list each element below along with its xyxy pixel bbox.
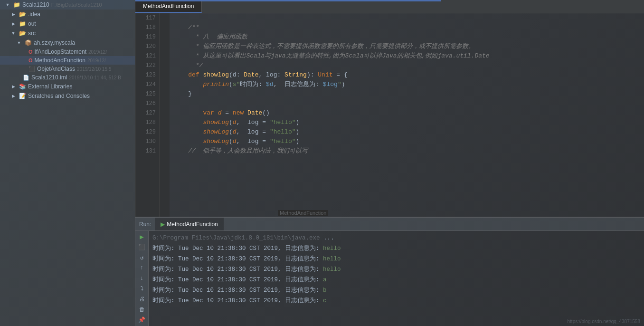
line-num-118: 118 bbox=[139, 23, 156, 32]
run-button[interactable]: ▶ bbox=[137, 233, 147, 241]
token-cparen2: ) bbox=[295, 127, 299, 137]
scroll-down-button[interactable]: ↓ bbox=[137, 274, 147, 283]
pin-button[interactable]: 📌 bbox=[137, 316, 147, 324]
line-num-127: 127 bbox=[139, 108, 156, 118]
token-paren4: ( bbox=[229, 127, 233, 137]
line-num-119: 119 bbox=[139, 32, 156, 42]
token-comma2: , 日志信息为: bbox=[274, 80, 323, 89]
ifandloop-label: IfAndLoopStatement bbox=[35, 48, 86, 55]
chevron-right-icon bbox=[9, 83, 17, 90]
sidebar-item-external-libs[interactable]: 📚 External Libraries bbox=[0, 82, 135, 91]
chevron-down-icon bbox=[4, 1, 11, 9]
token-var: var bbox=[203, 108, 218, 118]
token-eq: = { bbox=[333, 70, 348, 80]
sidebar: 📁 Scala1210 F:\BigData\Scala1210 📂 .idea… bbox=[0, 0, 135, 326]
line-num-117: 117 bbox=[139, 13, 156, 23]
gutter bbox=[160, 13, 170, 217]
out-label: out bbox=[28, 20, 36, 27]
iml-date: 2019/12/10 11:44, 512 B bbox=[69, 75, 121, 80]
project-path: F:\BigData\Scala1210 bbox=[51, 2, 102, 8]
token-paren2: ( bbox=[229, 80, 233, 89]
code-line-122: */ bbox=[173, 61, 644, 70]
code-line-118: /** bbox=[173, 23, 644, 32]
token-assign: = bbox=[221, 108, 232, 118]
chevron-down-icon bbox=[15, 39, 23, 47]
code-line-126 bbox=[173, 99, 644, 108]
code-line-120: * 偏应用函数是一种表达式，不需要提供函数需要的所有参数，只需要提供部分，或不提… bbox=[173, 42, 644, 51]
sidebar-item-package[interactable]: 📦 ah.szxy.myscala bbox=[0, 38, 135, 48]
output-line-3: 时间为: Tue Dec 10 21:38:30 CST 2019, 日志信息为… bbox=[152, 264, 640, 275]
token-showlog2: showLog bbox=[173, 118, 229, 127]
code-line-124: println(s"时间为: $d, 日志信息为: $log") bbox=[173, 80, 644, 89]
token-showlog4: showLog bbox=[173, 137, 229, 146]
objetandclass-label: ObjetAndClass bbox=[37, 66, 75, 72]
output-line-0: G:\Program Files\Java\jdk1.8.0_181\bin\j… bbox=[152, 233, 640, 243]
sidebar-item-idea[interactable]: 📂 .idea bbox=[0, 10, 135, 19]
sidebar-item-src[interactable]: 📂 src bbox=[0, 29, 135, 38]
chevron-down-icon bbox=[9, 29, 17, 37]
clear-button[interactable]: 🗑 bbox=[137, 305, 147, 314]
token-time-text: 时间为: bbox=[240, 80, 266, 89]
soft-wrap-button[interactable]: ⤵ bbox=[137, 285, 147, 293]
rerun-button[interactable]: ↺ bbox=[137, 254, 147, 262]
scala-icon: O bbox=[28, 58, 33, 63]
code-line-130: showLog(d, log = "hello") bbox=[173, 137, 644, 146]
token-comma4: , log = bbox=[237, 127, 270, 137]
token-paren5: ( bbox=[229, 137, 233, 146]
sidebar-item-methodandfunction[interactable]: O MethodAndFunction 2019/12/ bbox=[0, 56, 135, 65]
line-numbers: 117 118 119 120 121 122 123 124 125 126 … bbox=[135, 13, 160, 217]
token-spaces bbox=[173, 108, 203, 118]
token-showlog: showlog bbox=[203, 70, 229, 80]
tab-bar: MethodAndFunction bbox=[135, 0, 644, 13]
iml-label: Scala1210.iml bbox=[31, 74, 67, 81]
code-editor[interactable]: 117 118 119 120 121 122 123 124 125 126 … bbox=[135, 13, 644, 217]
run-tab-methodandfunction[interactable]: ▶ MethodAndFunction bbox=[155, 218, 223, 230]
output-line-4: 时间为: Tue Dec 10 21:38:30 CST 2019, 日志信息为… bbox=[152, 275, 640, 285]
sidebar-item-objetandclass[interactable]: ⬛ ObjetAndClass 2019/12/10 15:5 bbox=[0, 65, 135, 73]
line-num-123: 123 bbox=[139, 70, 156, 80]
folder-icon: 📂 bbox=[19, 11, 26, 18]
line-num-126: 126 bbox=[139, 99, 156, 108]
token-d4: d bbox=[233, 137, 237, 146]
print-button[interactable]: 🖨 bbox=[137, 295, 147, 304]
token-d3: d bbox=[233, 127, 237, 137]
code-line-127: var d = new Date() bbox=[173, 108, 644, 118]
watermark: https://blog.csdn.net/qq_43871558 bbox=[568, 319, 640, 324]
project-folder-icon: 📁 bbox=[13, 1, 20, 8]
scala-icon: O bbox=[28, 49, 33, 55]
token-parens: () bbox=[262, 108, 270, 118]
token-cparen1: ) bbox=[295, 118, 299, 127]
sidebar-item-scratches[interactable]: 📝 Scratches and Consoles bbox=[0, 91, 135, 101]
output-line-2: 时间为: Tue Dec 10 21:38:30 CST 2019, 日志信息为… bbox=[152, 254, 640, 264]
token-new: new bbox=[233, 108, 247, 118]
token-hello3: "hello" bbox=[270, 137, 296, 146]
tab-methodandfunction[interactable]: MethodAndFunction bbox=[135, 0, 202, 13]
line-num-125: 125 bbox=[139, 89, 156, 99]
chevron-right-icon bbox=[9, 20, 17, 28]
sidebar-item-iml[interactable]: 📄 Scala1210.iml 2019/12/10 11:44, 512 B bbox=[0, 73, 135, 82]
line-num-128: 128 bbox=[139, 118, 156, 127]
run-label: Run: bbox=[135, 221, 155, 228]
token-close: ): bbox=[307, 70, 318, 80]
loading-bar bbox=[135, 0, 441, 1]
folder-icon: 📁 bbox=[19, 20, 26, 27]
code-line-119: * 八 偏应用函数 bbox=[173, 32, 644, 42]
stop-button[interactable]: ⬛ bbox=[137, 243, 147, 252]
line-num-124: 124 bbox=[139, 80, 156, 89]
token-dollar-d: $d bbox=[266, 80, 274, 89]
run-tab-icon: ▶ bbox=[161, 221, 165, 228]
run-tab-label: MethodAndFunction bbox=[167, 221, 218, 228]
line-num-129: 129 bbox=[139, 127, 156, 137]
output-line-5: 时间为: Tue Dec 10 21:38:30 CST 2019, 日志信息为… bbox=[152, 285, 640, 296]
token-d: d bbox=[218, 108, 222, 118]
sidebar-item-project[interactable]: 📁 Scala1210 F:\BigData\Scala1210 bbox=[0, 0, 135, 10]
methodandfunction-label: MethodAndFunction bbox=[35, 57, 85, 64]
token-s: s" bbox=[233, 80, 240, 89]
token-comma5: , log = bbox=[237, 137, 270, 146]
scratches-icon: 📝 bbox=[19, 93, 26, 99]
methodandfunction-date: 2019/12/ bbox=[87, 58, 106, 63]
scroll-up-button[interactable]: ↑ bbox=[137, 264, 147, 272]
line-num-120: 120 bbox=[139, 42, 156, 51]
sidebar-item-ifandloop[interactable]: O IfAndLoopStatement 2019/12/ bbox=[0, 48, 135, 56]
sidebar-item-out[interactable]: 📁 out bbox=[0, 19, 135, 29]
